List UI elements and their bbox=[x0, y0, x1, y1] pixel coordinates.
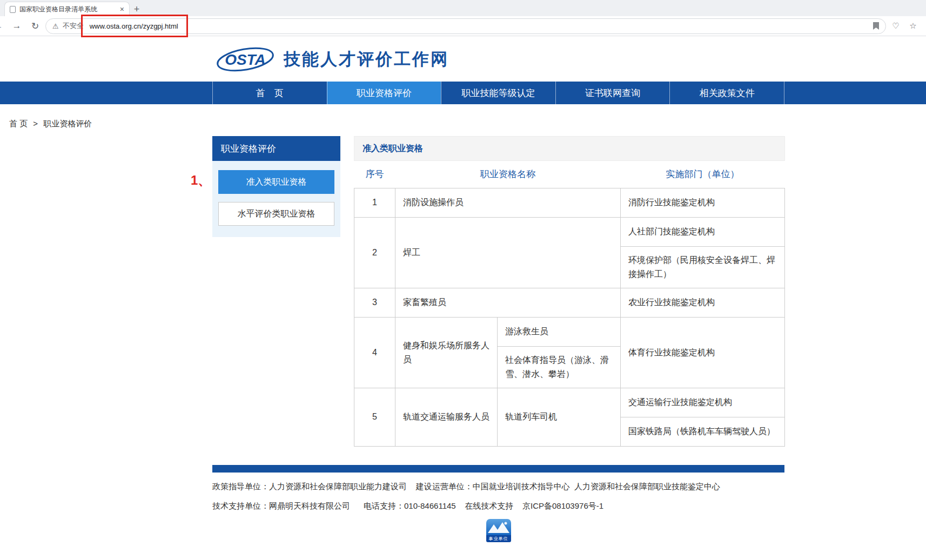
footer-line1: 政策指导单位：人力资源和社会保障部职业能力建设司 建设运营单位：中国就业培训技术… bbox=[212, 481, 784, 492]
table-row: 5 轨道交通运输服务人员 轨道列车司机 交通运输行业技能鉴定机构 bbox=[354, 388, 785, 417]
nav-item-cert-query[interactable]: 证书联网查询 bbox=[555, 82, 670, 104]
tab-title: 国家职业资格目录清单系统 bbox=[19, 5, 116, 14]
content-row: 1、 职业资格评价 准入类职业资格 水平评价类职业资格 准入类职业资格 序号 职… bbox=[212, 136, 784, 447]
back-button[interactable]: ← bbox=[0, 21, 6, 31]
cell-dept-5b: 国家铁路局（铁路机车车辆驾驶人员） bbox=[621, 417, 785, 446]
table-row: 3 家畜繁殖员 农业行业技能鉴定机构 bbox=[354, 288, 785, 317]
nav-item-qualification-eval[interactable]: 职业资格评价 bbox=[327, 82, 441, 104]
footer-divider-bar bbox=[212, 465, 784, 473]
table-header-row: 序号 职业资格名称 实施部门（单位） bbox=[354, 161, 785, 188]
breadcrumb: 首 页 > 职业资格评价 bbox=[0, 119, 572, 129]
cell-dept-4: 体育行业技能鉴定机构 bbox=[621, 317, 785, 388]
cell-dept-5a: 交通运输行业技能鉴定机构 bbox=[621, 388, 785, 417]
site-header: OSTA 技能人才评价工作网 bbox=[212, 36, 784, 82]
cell-name-4: 健身和娱乐场所服务人员 bbox=[395, 317, 498, 388]
favorites-icon[interactable]: ☆ bbox=[905, 21, 921, 31]
sidebar-item-level-eval[interactable]: 水平评价类职业资格 bbox=[218, 202, 334, 226]
sidebar-item-admission[interactable]: 准入类职业资格 bbox=[218, 170, 334, 194]
main-nav: 首 页 职业资格评价 职业技能等级认定 证书联网查询 相关政策文件 bbox=[0, 82, 926, 104]
cell-name-2: 焊工 bbox=[395, 217, 621, 288]
cell-seq-1: 1 bbox=[354, 188, 395, 217]
breadcrumb-home[interactable]: 首 页 bbox=[9, 119, 28, 128]
browser-essentials-icon[interactable]: ♡ bbox=[888, 21, 903, 31]
table-row: 4 健身和娱乐场所服务人员 游泳救生员 体育行业技能鉴定机构 bbox=[354, 317, 785, 346]
refresh-button[interactable]: ↻ bbox=[27, 21, 43, 32]
site-header-inner: OSTA 技能人才评价工作网 bbox=[212, 44, 449, 75]
step-annotation: 1、 bbox=[191, 172, 211, 189]
col-header-name: 职业资格名称 bbox=[395, 161, 621, 188]
cell-name-3: 家畜繁殖员 bbox=[395, 288, 621, 317]
browser-toolbar: ← → ↻ ⚠ 不安全 www.osta.org.cn/zyzgpj.html … bbox=[0, 16, 926, 36]
browser-tab[interactable]: 国家职业资格目录清单系统 × bbox=[4, 2, 130, 16]
cell-seq-4: 4 bbox=[354, 317, 395, 388]
sidebar-title: 职业资格评价 bbox=[212, 136, 340, 161]
cell-dept-3: 农业行业技能鉴定机构 bbox=[621, 288, 785, 317]
qualifications-table: 序号 职业资格名称 实施部门（单位） 1 消防设施操作员 消防行业技能鉴定机构 … bbox=[354, 161, 785, 447]
institution-badge[interactable]: 事业单位 bbox=[486, 519, 511, 542]
nav-item-home[interactable]: 首 页 bbox=[212, 82, 327, 104]
warning-icon: ⚠ bbox=[52, 22, 59, 30]
browser-tab-bar: 国家职业资格目录清单系统 × + bbox=[0, 0, 926, 16]
site-title: 技能人才评价工作网 bbox=[284, 48, 449, 71]
table-row: 1 消防设施操作员 消防行业技能鉴定机构 bbox=[354, 188, 785, 217]
cell-name-1: 消防设施操作员 bbox=[395, 188, 621, 217]
breadcrumb-separator: > bbox=[33, 119, 38, 128]
cell-sub-5: 轨道列车司机 bbox=[498, 388, 621, 446]
osta-logo-text: OSTA bbox=[225, 51, 266, 68]
cell-name-5: 轨道交通运输服务人员 bbox=[395, 388, 498, 446]
panel-title: 准入类职业资格 bbox=[354, 136, 785, 161]
cell-sub-4a: 游泳救生员 bbox=[498, 317, 621, 346]
cell-seq-2: 2 bbox=[354, 217, 395, 288]
tab-close-icon[interactable]: × bbox=[120, 5, 124, 14]
osta-logo-icon: OSTA bbox=[216, 44, 275, 75]
forward-button[interactable]: → bbox=[9, 21, 25, 31]
col-header-seq: 序号 bbox=[354, 161, 395, 188]
not-secure-label: 不安全 bbox=[63, 21, 84, 31]
institution-badge-icon bbox=[486, 519, 511, 535]
sidebar: 职业资格评价 准入类职业资格 水平评价类职业资格 bbox=[212, 136, 340, 447]
cell-dept-1: 消防行业技能鉴定机构 bbox=[621, 188, 785, 217]
main-content: 准入类职业资格 序号 职业资格名称 实施部门（单位） 1 消防设施操作员 bbox=[354, 136, 785, 447]
url-text: www.osta.org.cn/zyzgpj.html bbox=[90, 22, 178, 30]
sidebar-menu: 准入类职业资格 水平评价类职业资格 bbox=[212, 161, 340, 237]
cell-sub-4b: 社会体育指导员（游泳、滑雪、潜水、攀岩） bbox=[498, 346, 621, 388]
cell-dept-2b: 环境保护部（民用核安全设备焊工、焊接操作工） bbox=[621, 246, 785, 288]
breadcrumb-current: 职业资格评价 bbox=[43, 119, 92, 128]
footer-line2: 技术支持单位：网鼎明天科技有限公司 电话支持：010-84661145 在线技术… bbox=[212, 501, 784, 511]
url-container: www.osta.org.cn/zyzgpj.html bbox=[88, 20, 180, 32]
page-favicon-icon bbox=[10, 6, 16, 13]
institution-badge-label: 事业单位 bbox=[486, 535, 511, 542]
cell-seq-3: 3 bbox=[354, 288, 395, 317]
address-bar[interactable]: ⚠ 不安全 www.osta.org.cn/zyzgpj.html bbox=[45, 18, 886, 34]
new-tab-button[interactable]: + bbox=[130, 2, 144, 16]
footer: 政策指导单位：人力资源和社会保障部职业能力建设司 建设运营单位：中国就业培训技术… bbox=[212, 465, 784, 542]
bookmark-icon[interactable] bbox=[873, 22, 879, 30]
col-header-dept: 实施部门（单位） bbox=[621, 161, 785, 188]
cell-seq-5: 5 bbox=[354, 388, 395, 446]
cell-dept-2a: 人社部门技能鉴定机构 bbox=[621, 217, 785, 246]
main-nav-inner: 首 页 职业资格评价 职业技能等级认定 证书联网查询 相关政策文件 bbox=[212, 82, 784, 104]
page: OSTA 技能人才评价工作网 首 页 职业资格评价 职业技能等级认定 证书联网查… bbox=[0, 36, 926, 542]
table-row: 2 焊工 人社部门技能鉴定机构 bbox=[354, 217, 785, 246]
nav-item-skill-level[interactable]: 职业技能等级认定 bbox=[441, 82, 555, 104]
nav-item-policy[interactable]: 相关政策文件 bbox=[669, 82, 784, 104]
